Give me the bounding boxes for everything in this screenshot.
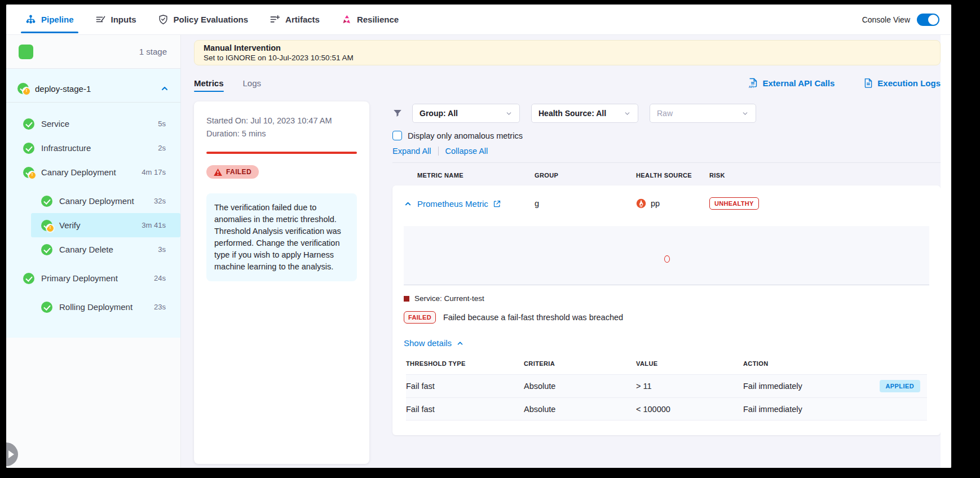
api-doc-icon: API <box>748 78 758 88</box>
raw-filter-dropdown[interactable]: Raw <box>650 104 756 123</box>
resilience-icon <box>341 14 352 25</box>
filter-funnel-icon <box>392 108 403 118</box>
threshold-table: THRESHOLD TYPE CRITERIA VALUE ACTION Fai… <box>406 360 927 421</box>
verification-message: The verification failed due to anomalies… <box>206 193 357 281</box>
anomalous-data-point <box>664 255 670 263</box>
tab-artifacts[interactable]: Artifacts <box>270 5 320 34</box>
show-details-link[interactable]: Show details <box>404 338 929 348</box>
metric-group: g <box>535 199 636 208</box>
chevron-down-icon <box>736 110 749 117</box>
sidebar-step-canary-deployment-child[interactable]: Canary Deployment 32s <box>6 189 180 213</box>
stage-name: deploy-stage-1 <box>35 84 91 94</box>
success-check-icon <box>41 196 52 207</box>
health-source-cell: pp <box>636 198 709 209</box>
policy-shield-icon <box>158 14 169 25</box>
applied-badge: APPLIED <box>880 380 920 392</box>
divider <box>392 162 941 163</box>
metric-detail-card: Prometheus Metric g pp <box>392 185 941 435</box>
success-check-icon <box>41 302 52 313</box>
execution-logs-link[interactable]: Execution Logs <box>864 78 941 88</box>
stage-count-row: 1 stage <box>6 35 180 69</box>
expand-collapse-row: Expand All Collapse All <box>392 147 941 156</box>
tab-label: Inputs <box>111 15 136 24</box>
console-view-label: Console View <box>862 15 910 24</box>
console-view-toggle[interactable] <box>917 14 939 26</box>
stage-status-square <box>19 45 33 59</box>
tab-inputs[interactable]: Inputs <box>95 5 136 34</box>
failed-status-badge: FAILED <box>206 165 259 179</box>
tab-policy-evaluations[interactable]: Policy Evaluations <box>158 5 249 34</box>
prometheus-icon <box>636 198 646 209</box>
chevron-up-icon[interactable] <box>160 84 169 93</box>
divider <box>438 147 439 156</box>
metric-name-link[interactable]: Prometheus Metric <box>417 199 535 209</box>
sidebar-step-primary-deployment[interactable]: Primary Deployment 24s <box>6 266 180 290</box>
stage-count-label: 1 stage <box>139 47 167 56</box>
tab-logs[interactable]: Logs <box>243 72 262 94</box>
chevron-down-icon <box>618 110 631 117</box>
artifacts-icon <box>270 14 280 25</box>
stage-header-deploy-stage-1[interactable]: deploy-stage-1 <box>6 76 180 101</box>
legend-marker <box>404 296 409 302</box>
execution-sidebar: 1 stage deploy-stage-1 Service 5s <box>6 35 181 468</box>
main-content: Manual Intervention Set to IGNORE on 10-… <box>181 35 951 468</box>
collapse-all-link[interactable]: Collapse All <box>445 147 488 156</box>
started-on: Started On: Jul 10, 2023 10:47 AM <box>206 116 357 125</box>
success-check-icon <box>23 143 34 154</box>
metrics-analysis-panel: Group: All Health Source: All <box>392 104 941 435</box>
health-source-filter-dropdown[interactable]: Health Source: All <box>531 104 638 123</box>
tab-metrics[interactable]: Metrics <box>194 72 224 94</box>
filters-row: Group: All Health Source: All <box>392 104 941 123</box>
sidebar-step-canary-delete[interactable]: Canary Delete 3s <box>6 237 180 262</box>
anomalous-metrics-checkbox[interactable] <box>392 131 402 140</box>
threshold-table-header: THRESHOLD TYPE CRITERIA VALUE ACTION <box>406 360 927 374</box>
external-api-calls-link[interactable]: API External API Calls <box>748 78 835 88</box>
tab-label: Artifacts <box>285 15 320 24</box>
failure-reason-row: FAILED Failed because a fail-fast thresh… <box>404 311 929 324</box>
anomalous-filter-row: Display only anomalous metrics <box>392 131 941 140</box>
verification-summary-card: Started On: Jul 10, 2023 10:47 AM Durati… <box>194 101 369 464</box>
sidebar-step-canary-deployment[interactable]: Canary Deployment 4m 17s <box>6 160 180 184</box>
view-tabs-row: Metrics Logs API External API Calls Exec… <box>194 72 941 94</box>
success-warning-icon <box>23 167 34 178</box>
group-filter-dropdown[interactable]: Group: All <box>412 104 520 123</box>
risk-badge: UNHEALTHY <box>709 197 759 210</box>
sidebar-step-verify[interactable]: Verify 3m 41s <box>31 213 180 237</box>
chevron-up-icon <box>456 339 464 347</box>
success-check-icon <box>23 118 34 130</box>
tab-pipeline[interactable]: Pipeline <box>25 5 74 34</box>
vertical-scrollbar[interactable] <box>941 35 951 468</box>
legend-label: Service: Current-test <box>414 294 484 303</box>
health-source-name: pp <box>651 199 660 208</box>
app-window: Pipeline Inputs Policy Evaluations Artif… <box>6 5 951 468</box>
tab-resilience[interactable]: Resilience <box>341 5 399 34</box>
sidebar-step-rolling-deployment[interactable]: Rolling Deployment 23s <box>6 295 180 319</box>
chevron-down-icon <box>500 110 513 117</box>
manual-intervention-banner: Manual Intervention Set to IGNORE on 10-… <box>194 40 941 65</box>
expand-all-link[interactable]: Expand All <box>392 147 431 156</box>
success-warning-icon <box>41 220 52 231</box>
banner-subtitle: Set to IGNORE on 10-Jul-2023 10:50:51 AM <box>204 54 931 62</box>
threshold-row: Fail fast Absolute > 11 Fail immediately… <box>406 374 927 397</box>
inputs-icon <box>95 14 106 25</box>
duration: Duration: 5 mins <box>206 129 357 138</box>
sidebar-step-infrastructure[interactable]: Infrastructure 2s <box>6 136 180 160</box>
chevron-up-icon[interactable] <box>404 200 417 208</box>
success-warning-icon <box>17 83 29 94</box>
failed-badge: FAILED <box>404 311 436 324</box>
warning-triangle-icon <box>214 169 222 176</box>
top-navigation: Pipeline Inputs Policy Evaluations Artif… <box>6 5 951 35</box>
failure-reason: Failed because a fail-fast threshold was… <box>443 313 623 322</box>
checkbox-label: Display only anomalous metrics <box>408 131 523 140</box>
success-check-icon <box>41 244 52 255</box>
success-check-icon <box>23 273 34 284</box>
toggle-knob <box>928 15 938 25</box>
sidebar-collapse-button[interactable] <box>6 442 18 466</box>
metrics-table-header: METRIC NAME GROUP HEALTH SOURCE RISK <box>392 172 941 179</box>
divider <box>6 102 180 103</box>
metric-row: Prometheus Metric g pp <box>392 185 941 222</box>
sidebar-step-service[interactable]: Service 5s <box>6 112 180 136</box>
stage-step-list: deploy-stage-1 Service 5s Infrastructure… <box>6 69 180 338</box>
doc-icon <box>864 78 873 88</box>
metric-chart <box>404 226 929 285</box>
